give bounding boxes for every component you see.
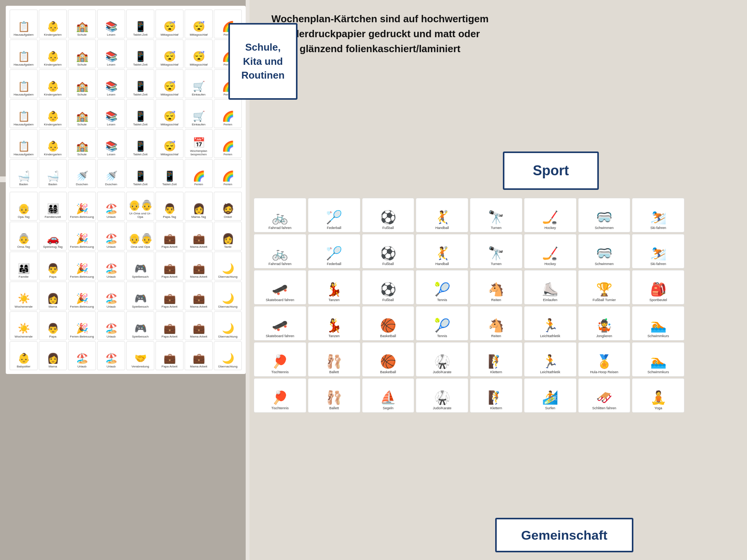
school-card-label: Einkaufen (192, 123, 206, 127)
family-card: 🎉 Ferien-Betreuung (68, 282, 96, 310)
sport-card-icon: 🏊 (650, 318, 666, 333)
school-card: 📱 Tablet-Zeit (126, 129, 154, 158)
sport-card: 🛹 Skateboard fahren (254, 306, 306, 341)
family-card-label: Ferien-Betreuung (70, 275, 94, 279)
school-card-label: Tablet-Zeit (133, 63, 147, 67)
family-card-label: Onkel (224, 216, 232, 219)
school-card: 🛒 Einkaufen (185, 99, 213, 128)
family-card-icon: 🎮 (134, 293, 147, 305)
family-card-icon: 💼 (164, 293, 176, 305)
family-card-icon: 👶 (18, 352, 30, 364)
school-card: 😴 Mittagsschlaf (185, 10, 213, 38)
family-card: 💼 Mama Arbeit (185, 311, 213, 340)
school-card: 👶 Kindergarten (39, 10, 67, 38)
school-card-label: Hausaufgaben (13, 33, 33, 37)
sport-card: 🛷 Schlitten fahren (578, 378, 631, 413)
sport-card: 🚲 Fahrrad fahren (254, 234, 306, 268)
sport-card-label: Schwimmen (595, 226, 614, 230)
sport-card-icon: 🐴 (488, 282, 504, 297)
sport-card-label: Fahrrad fahren (269, 226, 292, 230)
sport-card-label: Hockey (544, 226, 556, 230)
school-card-label: Mittagsschlaf (160, 123, 178, 127)
school-card-label: Baden (19, 183, 28, 186)
family-card-icon: 💼 (164, 352, 176, 364)
family-card-label: Ferien-Betreuung (70, 245, 94, 249)
sport-card: 🤾 Handball (416, 198, 468, 232)
badge-gemeinschaft: Gemeinschaft (495, 518, 633, 552)
school-card-label: Tablet-Zeit (162, 183, 177, 186)
family-card: 🎮 Spielbesuch (126, 252, 154, 280)
sport-card-label: Tennis (437, 334, 447, 338)
school-card: 📋 Hausaufgaben (10, 40, 38, 68)
family-card: 💼 Papa Arbeit (155, 222, 183, 250)
school-card-label: Kindergarten (44, 63, 62, 67)
school-card-icon: 🏫 (76, 51, 88, 63)
family-card: 👩 Tante (214, 222, 242, 250)
family-card-icon: 🏖️ (105, 323, 117, 334)
sport-card-icon: 🏸 (326, 209, 342, 225)
sport-card-label: Ballett (329, 406, 339, 410)
school-card-icon: 📚 (105, 51, 117, 63)
family-card-icon: 🎉 (76, 323, 88, 334)
sport-card-icon: 🤹 (596, 318, 612, 333)
family-card: 👵 Oma-Tag (10, 222, 38, 250)
sport-section: 🚲 Fahrrad fahren 🏸 Federball ⚽ Fußball 🤾… (251, 196, 741, 417)
family-card: 💼 Papa Arbeit (155, 311, 183, 340)
school-card-icon: 🏫 (76, 140, 88, 152)
sport-card-label: Federball (327, 262, 341, 266)
family-card-icon: 🎉 (76, 203, 88, 215)
school-card-label: Duschen (76, 183, 88, 186)
sport-card-icon: 🎾 (434, 282, 450, 297)
school-card-label: Tablet-Zeit (133, 153, 147, 156)
sport-card-icon: 🏄 (542, 390, 558, 405)
sport-card-icon: 🏀 (380, 354, 396, 369)
school-card: 👶 Kindergarten (39, 40, 67, 68)
school-card: 📱 Tablet-Zeit (126, 99, 154, 128)
family-card: 💼 Papa Arbeit (155, 341, 183, 370)
family-card: 💼 Mama Arbeit (185, 282, 213, 310)
family-card: 🎮 Spielbesuch (126, 282, 154, 310)
sport-card-icon: 💃 (326, 282, 342, 297)
school-card-label: Mittagsschlaf (160, 153, 178, 156)
sport-card: 💃 Tanzen (308, 306, 360, 341)
school-card-label: Duschen (105, 183, 117, 186)
school-card-label: Kindergarten (44, 123, 62, 127)
school-card: 🌈 Ferien (185, 159, 213, 188)
family-card-icon: 💼 (193, 293, 205, 305)
school-card-label: Mittagsschlaf (190, 33, 208, 37)
family-card: 👴 Opa-Tag (10, 192, 38, 221)
family-card-label: Übernachtung (218, 275, 237, 279)
family-card-icon: 👨 (164, 203, 176, 215)
sport-card-icon: 🩰 (326, 390, 342, 405)
family-card: 👨 Papa-Tag (155, 192, 183, 221)
sport-card-icon: 🏀 (380, 318, 396, 333)
school-card-label: Schule (77, 93, 86, 97)
sport-card-label: Judo/Karate (433, 406, 451, 410)
sport-card: ⛷️ Ski-fahren (632, 234, 684, 268)
school-card-icon: 🏫 (76, 110, 88, 122)
family-card: 💼 Papa Arbeit (155, 282, 183, 310)
sport-row: 🚲 Fahrrad fahren 🏸 Federball ⚽ Fußball 🤾… (254, 234, 739, 268)
family-card-icon: 🚗 (47, 233, 59, 245)
sport-card-icon: 🏓 (272, 390, 288, 405)
sport-card-label: Basketball (380, 370, 396, 374)
family-card-label: Mama Arbeit (190, 245, 207, 249)
family-card: 👨 Papa (39, 252, 67, 280)
sport-card: 🏃 Leichtathletik (524, 306, 577, 341)
school-card-label: Tablet-Zeit (133, 93, 147, 97)
school-card-icon: 📱 (134, 81, 147, 92)
family-card-icon: 👨 (47, 323, 59, 334)
family-card-icon: 👨‍👩‍👧‍👦 (47, 203, 59, 215)
sport-card: 🎒 Sportbeutel (632, 270, 684, 305)
school-card-icon: 😴 (164, 140, 176, 152)
sport-card-label: Basketball (380, 334, 396, 338)
family-card-label: Mama Arbeit (190, 335, 207, 339)
school-card-label: Schule (77, 123, 86, 127)
school-card-icon: 👶 (47, 110, 59, 122)
sport-card-icon: 🧗 (488, 354, 504, 369)
family-card-label: Urlaub (107, 305, 116, 309)
family-card-label: Opa-Tag (18, 216, 30, 219)
sport-card-label: Ski-fahren (650, 226, 666, 230)
school-card-label: Hausaufgaben (13, 123, 33, 127)
sport-card-icon: 🔭 (488, 245, 504, 261)
